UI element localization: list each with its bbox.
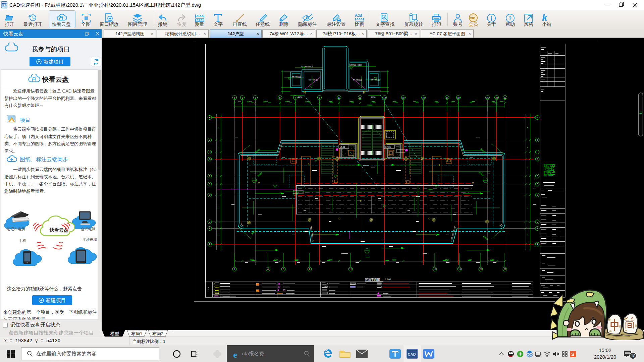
svg-text:2850: 2850 [471,101,475,103]
svg-text:23: 23 [503,268,506,270]
svg-text:18: 18 [458,268,461,270]
svg-text:A: A [209,243,211,245]
svg-text:2200: 2200 [434,101,438,103]
svg-text:440: 440 [499,101,502,103]
svg-text:55.050(顶): 55.050(顶) [292,76,301,78]
svg-text:12: 12 [349,268,352,270]
svg-text:E: E [209,183,211,185]
svg-text:18: 18 [631,354,636,358]
svg-text:H: H [209,151,211,153]
svg-text:D: D [537,194,538,196]
svg-text:23: 23 [504,97,506,99]
svg-text:9: 9 [319,97,320,99]
svg-text:D: D [209,194,211,196]
svg-text:1100: 1100 [490,101,494,103]
svg-text:54.250(顶): 54.250(顶) [353,79,362,81]
svg-text:3150: 3150 [371,96,376,98]
svg-text:S: S [571,352,574,357]
svg-text:2: 2 [242,97,243,99]
svg-text:8: 8 [309,268,310,270]
svg-text:900: 900 [247,101,250,103]
svg-text:11: 11 [359,97,361,99]
svg-text:G: G [536,158,538,160]
svg-text:F: F [537,175,538,177]
svg-text:CAD: CAD [408,352,416,356]
svg-text:16: 16 [422,97,425,99]
svg-text:20: 20 [479,268,482,270]
svg-text:模型: 模型 [110,331,119,336]
svg-text:55800: 55800 [367,104,372,106]
svg-text:K: K [537,116,538,119]
svg-text:1700: 1700 [468,259,472,261]
svg-text:51.700(+0.05): 51.700(+0.05) [301,65,313,67]
svg-text:15: 15 [402,97,405,99]
svg-text:6: 6 [283,268,284,270]
svg-text:21: 21 [486,97,489,99]
svg-text:3150: 3150 [298,96,303,98]
svg-text:3800: 3800 [285,101,289,103]
svg-text:布局1: 布局1 [131,331,142,336]
svg-text:J: J [209,139,210,141]
svg-text:22: 22 [495,97,498,99]
svg-text:1100: 1100 [305,101,309,103]
svg-text:2200: 2200 [414,101,418,103]
svg-text:台式电脑: 台式电脑 [81,227,96,231]
svg-text:3450: 3450 [250,259,254,261]
svg-text:手机: 手机 [19,239,26,243]
svg-text:5: 5 [279,97,281,99]
svg-text:18: 18 [457,97,460,99]
svg-text:H: H [537,151,538,153]
svg-text:7000: 7000 [392,259,396,261]
svg-text:C: C [209,221,211,223]
svg-text:7000: 7000 [428,189,433,191]
svg-text:笔记本电脑: 笔记本电脑 [7,227,25,231]
svg-text:54.450(顶): 54.450(顶) [371,79,380,81]
svg-text:2100: 2100 [392,101,396,103]
svg-text:LT-01: LT-01 [340,146,345,148]
svg-text:平板电脑: 平板电脑 [83,238,97,242]
svg-text:J: J [537,139,538,141]
svg-text:13: 13 [383,97,386,99]
svg-text:G: G [209,158,210,160]
svg-text:2300: 2300 [263,101,267,103]
svg-text:K: K [209,116,211,119]
svg-text:B: B [209,227,210,230]
svg-text:3800: 3800 [445,259,449,261]
svg-text:C: C [537,221,538,223]
svg-text:F: F [209,175,210,177]
svg-text:2100: 2100 [370,101,374,103]
svg-text:E: E [537,183,538,185]
svg-text:7000: 7000 [328,259,332,261]
svg-text:快看云盘: 快看云盘 [49,227,68,233]
svg-text:51.450(顶): 51.450(顶) [309,79,318,81]
svg-text:LT-01: LT-01 [385,146,391,148]
svg-text:16: 16 [433,268,436,270]
svg-text:4: 4 [267,268,269,270]
svg-text:1: 1 [234,97,235,99]
svg-text:B: B [537,227,538,230]
svg-text:54.750(+0.05): 54.750(+0.05) [350,64,362,66]
svg-text:2100: 2100 [451,101,455,103]
svg-text:7: 7 [295,97,296,99]
svg-text:1:100: 1:100 [385,278,391,281]
svg-text:布局2: 布局2 [152,331,163,336]
svg-text:A: A [537,243,538,245]
svg-text:屋顶平面图: 屋顶平面图 [365,278,380,281]
svg-text:2200: 2200 [350,101,354,103]
svg-text:17: 17 [446,97,448,99]
svg-text:3: 3 [255,97,256,99]
svg-text:1: 1 [234,268,235,270]
svg-text:10: 10 [338,97,340,99]
svg-text:3800: 3800 [294,259,299,261]
svg-text:7100: 7100 [274,259,278,261]
svg-text:CAD: CAD [2,4,7,6]
svg-text:2850: 2850 [328,101,332,103]
svg-text:3450: 3450 [490,259,494,261]
